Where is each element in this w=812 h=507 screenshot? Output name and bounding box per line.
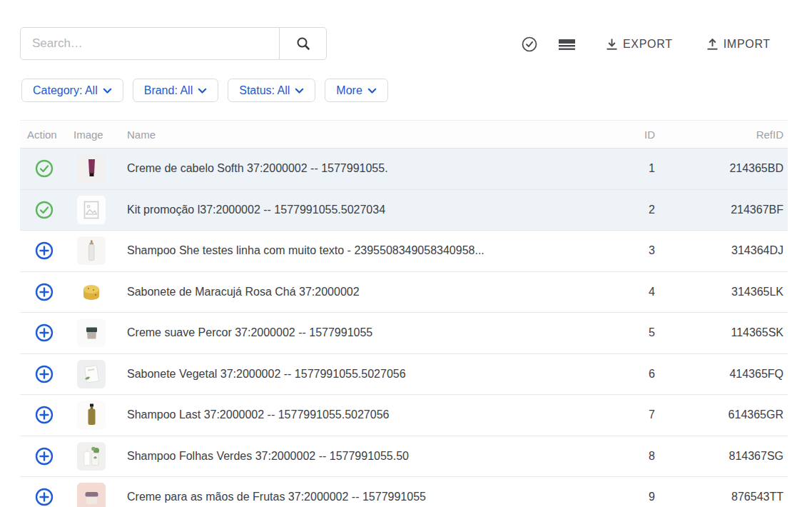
product-name: Shampoo Last 37:2000002 -- 1577991055.50… — [114, 408, 607, 421]
chevron-down-icon — [295, 86, 304, 94]
chevron-down-icon — [103, 86, 112, 94]
product-name: Kit promoção l37:2000002 -- 1577991055.5… — [114, 204, 607, 216]
filter-chip-status[interactable]: Status: All — [228, 79, 315, 102]
list-density-button[interactable] — [559, 37, 575, 51]
check-action-button[interactable] — [35, 201, 54, 219]
check-circle-button[interactable] — [521, 36, 538, 53]
placeholder-thumbnail — [77, 196, 106, 224]
filter-chip-brand[interactable]: Brand: All — [133, 79, 218, 102]
pump-bottle-thumbnail — [77, 236, 106, 265]
filter-chip-category[interactable]: Category: All — [21, 79, 123, 102]
products-table: Action Image Name ID RefID Creme de cabe… — [20, 120, 788, 507]
product-refid: 114365SK — [655, 326, 788, 339]
product-name: Shampoo Folhas Verdes 37:2000002 -- 1577… — [114, 450, 607, 463]
upload-icon — [706, 38, 719, 51]
table-row: Creme de cabelo Softh 37:2000002 -- 1577… — [20, 149, 788, 190]
magnifier-icon — [295, 36, 311, 51]
search-bar — [20, 27, 327, 60]
product-id: 1 — [607, 162, 655, 175]
table-row: Shampoo Folhas Verdes 37:2000002 -- 1577… — [20, 436, 788, 478]
add-action-button[interactable] — [35, 365, 54, 383]
amber-bottle-thumbnail — [77, 401, 106, 429]
column-header-id: ID — [607, 129, 655, 141]
product-id: 6 — [607, 368, 655, 381]
product-name: Creme para as mãos de Frutas 37:2000002 … — [114, 491, 607, 503]
toolbar: EXPORT IMPORT — [521, 35, 771, 54]
filter-chip-label: Category: All — [33, 84, 98, 97]
product-refid: 214367BF — [655, 204, 788, 216]
table-row: Creme suave Percor 37:2000002 -- 1577991… — [20, 313, 788, 354]
add-action-button[interactable] — [35, 241, 54, 260]
column-header-name: Name — [114, 129, 607, 141]
product-id: 2 — [607, 204, 655, 216]
white-soap-thumbnail — [77, 360, 106, 388]
product-name: Creme de cabelo Softh 37:2000002 -- 1577… — [114, 162, 607, 175]
add-action-button[interactable] — [35, 406, 54, 424]
search-button[interactable] — [279, 28, 326, 59]
import-label: IMPORT — [724, 38, 771, 51]
table-row: Shampoo She testes linha com muito texto… — [20, 231, 788, 272]
add-action-button[interactable] — [35, 323, 54, 342]
product-id: 3 — [607, 244, 655, 257]
chevron-down-icon — [367, 86, 377, 94]
add-action-button[interactable] — [35, 447, 54, 466]
table-row: Sabonete Vegetal 37:2000002 -- 157799105… — [20, 354, 788, 396]
product-refid: 314365LK — [655, 286, 788, 298]
product-refid: 214365BD — [655, 162, 788, 175]
filter-chip-more[interactable]: More — [325, 79, 387, 102]
product-id: 7 — [607, 408, 655, 421]
product-id: 5 — [607, 326, 655, 339]
export-button[interactable]: EXPORT — [606, 38, 673, 51]
chevron-down-icon — [198, 86, 207, 94]
filter-chip-label: Status: All — [239, 84, 290, 97]
bottles-plant-thumbnail — [77, 442, 106, 471]
table-row: Creme para as mãos de Frutas 37:2000002 … — [20, 477, 788, 507]
download-icon — [606, 38, 618, 51]
export-label: EXPORT — [623, 38, 673, 51]
product-refid: 614365GR — [655, 408, 788, 421]
product-name: Shampoo She testes linha com muito texto… — [114, 244, 607, 257]
table-row: Sabonete de Maracujá Rosa Chá 37:2000002… — [20, 272, 788, 313]
table-body: Creme de cabelo Softh 37:2000002 -- 1577… — [20, 149, 788, 507]
table-row: Shampoo Last 37:2000002 -- 1577991055.50… — [20, 395, 788, 436]
product-refid: 814367SG — [655, 450, 788, 463]
search-input[interactable] — [21, 28, 279, 59]
filter-bar: Category: All Brand: All Status: All Mor… — [21, 79, 388, 102]
product-id: 4 — [607, 286, 655, 298]
product-name: Creme suave Percor 37:2000002 -- 1577991… — [114, 326, 607, 339]
column-header-action: Action — [20, 129, 68, 141]
pink-jar-thumbnail — [77, 483, 106, 507]
filter-chip-label: Brand: All — [144, 84, 193, 97]
product-refid: 314364DJ — [655, 244, 788, 257]
product-refid: 414365FQ — [655, 368, 788, 381]
product-id: 8 — [607, 450, 655, 463]
check-circle-icon — [521, 36, 538, 53]
table-row: Kit promoção l37:2000002 -- 1577991055.5… — [20, 190, 788, 231]
purple-tube-thumbnail — [77, 154, 106, 183]
add-action-button[interactable] — [35, 283, 54, 301]
column-header-image: Image — [68, 129, 114, 141]
table-header-row: Action Image Name ID RefID — [20, 120, 788, 149]
column-header-refid: RefID — [655, 129, 788, 141]
yellow-soap-thumbnail — [77, 278, 106, 306]
dark-jar-thumbnail — [77, 318, 106, 347]
product-name: Sabonete Vegetal 37:2000002 -- 157799105… — [114, 368, 607, 381]
check-action-button[interactable] — [35, 159, 54, 178]
product-id: 9 — [607, 491, 655, 503]
add-action-button[interactable] — [35, 488, 54, 506]
filter-chip-label: More — [336, 84, 362, 97]
product-name: Sabonete de Maracujá Rosa Chá 37:2000002 — [114, 286, 607, 298]
list-density-icon — [559, 37, 575, 51]
import-button[interactable]: IMPORT — [706, 38, 771, 51]
product-refid: 876543TT — [655, 491, 788, 503]
